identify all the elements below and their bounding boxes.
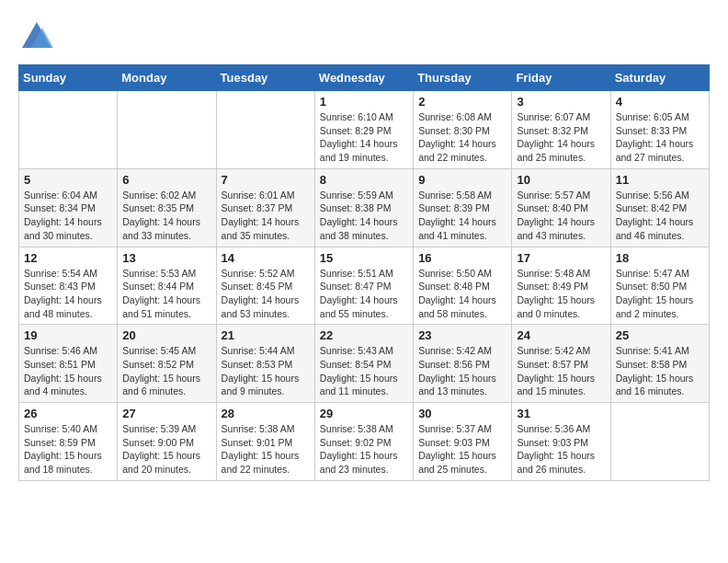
day-header-thursday: Thursday (414, 65, 512, 91)
day-info: Sunrise: 5:56 AM Sunset: 8:42 PM Dayligh… (616, 189, 704, 243)
day-info: Sunrise: 5:41 AM Sunset: 8:58 PM Dayligh… (616, 344, 704, 398)
day-number: 16 (418, 251, 506, 265)
calendar-cell: 15Sunrise: 5:51 AM Sunset: 8:47 PM Dayli… (314, 247, 413, 325)
calendar-cell: 2Sunrise: 6:08 AM Sunset: 8:30 PM Daylig… (414, 91, 512, 169)
day-number: 5 (24, 173, 112, 187)
logo (18, 18, 59, 55)
day-number: 20 (122, 328, 210, 342)
day-info: Sunrise: 5:36 AM Sunset: 9:03 PM Dayligh… (517, 422, 605, 477)
day-header-monday: Monday (118, 65, 216, 91)
calendar-cell: 24Sunrise: 5:42 AM Sunset: 8:57 PM Dayli… (512, 325, 610, 403)
calendar-cell: 4Sunrise: 6:05 AM Sunset: 8:33 PM Daylig… (610, 91, 709, 169)
day-number: 26 (24, 407, 112, 420)
day-header-tuesday: Tuesday (216, 65, 314, 91)
calendar-cell (118, 91, 216, 169)
day-header-sunday: Sunday (19, 65, 118, 91)
day-number: 4 (616, 95, 704, 109)
day-header-friday: Friday (512, 65, 610, 91)
day-number: 13 (122, 251, 210, 265)
calendar-cell: 13Sunrise: 5:53 AM Sunset: 8:44 PM Dayli… (118, 247, 216, 325)
day-info: Sunrise: 5:43 AM Sunset: 8:54 PM Dayligh… (320, 344, 408, 398)
calendar-week-3: 12Sunrise: 5:54 AM Sunset: 8:43 PM Dayli… (19, 247, 710, 325)
day-number: 3 (517, 95, 605, 109)
day-number: 8 (320, 173, 408, 187)
calendar-cell: 18Sunrise: 5:47 AM Sunset: 8:50 PM Dayli… (610, 247, 709, 325)
page-header (18, 18, 710, 55)
day-info: Sunrise: 5:38 AM Sunset: 9:02 PM Dayligh… (320, 422, 408, 477)
day-info: Sunrise: 5:42 AM Sunset: 8:57 PM Dayligh… (517, 344, 605, 398)
day-info: Sunrise: 5:47 AM Sunset: 8:50 PM Dayligh… (616, 267, 704, 321)
day-info: Sunrise: 5:53 AM Sunset: 8:44 PM Dayligh… (122, 267, 210, 321)
day-number: 9 (418, 173, 506, 187)
day-info: Sunrise: 5:51 AM Sunset: 8:47 PM Dayligh… (320, 267, 408, 321)
day-number: 7 (222, 173, 310, 187)
day-info: Sunrise: 5:40 AM Sunset: 8:59 PM Dayligh… (24, 422, 112, 477)
calendar-header: SundayMondayTuesdayWednesdayThursdayFrid… (19, 65, 710, 91)
day-number: 6 (122, 173, 210, 187)
day-info: Sunrise: 5:54 AM Sunset: 8:43 PM Dayligh… (24, 267, 112, 321)
calendar-table: SundayMondayTuesdayWednesdayThursdayFrid… (18, 64, 710, 481)
calendar-cell: 19Sunrise: 5:46 AM Sunset: 8:51 PM Dayli… (19, 325, 118, 403)
day-number: 19 (24, 328, 112, 342)
calendar-week-4: 19Sunrise: 5:46 AM Sunset: 8:51 PM Dayli… (19, 325, 710, 403)
calendar-cell: 12Sunrise: 5:54 AM Sunset: 8:43 PM Dayli… (19, 247, 118, 325)
day-number: 23 (418, 328, 506, 342)
day-number: 30 (418, 407, 506, 420)
calendar-cell: 16Sunrise: 5:50 AM Sunset: 8:48 PM Dayli… (414, 247, 512, 325)
calendar-cell: 9Sunrise: 5:58 AM Sunset: 8:39 PM Daylig… (414, 168, 512, 247)
day-info: Sunrise: 5:38 AM Sunset: 9:01 PM Dayligh… (222, 422, 310, 477)
day-number: 10 (517, 173, 605, 187)
calendar-cell: 26Sunrise: 5:40 AM Sunset: 8:59 PM Dayli… (19, 403, 118, 481)
day-number: 22 (320, 328, 408, 342)
calendar-cell: 17Sunrise: 5:48 AM Sunset: 8:49 PM Dayli… (512, 247, 610, 325)
day-number: 11 (616, 173, 704, 187)
calendar-week-2: 5Sunrise: 6:04 AM Sunset: 8:34 PM Daylig… (19, 168, 710, 247)
day-info: Sunrise: 6:05 AM Sunset: 8:33 PM Dayligh… (616, 110, 704, 165)
day-info: Sunrise: 5:46 AM Sunset: 8:51 PM Dayligh… (24, 344, 112, 398)
day-number: 24 (517, 328, 605, 342)
day-info: Sunrise: 5:59 AM Sunset: 8:38 PM Dayligh… (320, 189, 408, 243)
day-info: Sunrise: 5:52 AM Sunset: 8:45 PM Dayligh… (222, 267, 310, 321)
calendar-cell: 20Sunrise: 5:45 AM Sunset: 8:52 PM Dayli… (118, 325, 216, 403)
day-number: 2 (418, 95, 506, 109)
day-info: Sunrise: 5:42 AM Sunset: 8:56 PM Dayligh… (418, 344, 506, 398)
calendar-cell: 30Sunrise: 5:37 AM Sunset: 9:03 PM Dayli… (414, 403, 512, 481)
calendar-cell: 8Sunrise: 5:59 AM Sunset: 8:38 PM Daylig… (314, 168, 413, 247)
calendar-week-1: 1Sunrise: 6:10 AM Sunset: 8:29 PM Daylig… (19, 91, 710, 169)
calendar-cell: 28Sunrise: 5:38 AM Sunset: 9:01 PM Dayli… (216, 403, 314, 481)
day-info: Sunrise: 6:04 AM Sunset: 8:34 PM Dayligh… (24, 189, 112, 243)
day-number: 17 (517, 251, 605, 265)
calendar-cell: 6Sunrise: 6:02 AM Sunset: 8:35 PM Daylig… (118, 168, 216, 247)
day-number: 21 (222, 328, 310, 342)
day-info: Sunrise: 5:58 AM Sunset: 8:39 PM Dayligh… (418, 189, 506, 243)
day-number: 15 (320, 251, 408, 265)
day-number: 31 (517, 407, 605, 420)
calendar-cell (610, 403, 709, 481)
day-info: Sunrise: 6:01 AM Sunset: 8:37 PM Dayligh… (222, 189, 310, 243)
calendar-cell: 25Sunrise: 5:41 AM Sunset: 8:58 PM Dayli… (610, 325, 709, 403)
calendar-cell: 21Sunrise: 5:44 AM Sunset: 8:53 PM Dayli… (216, 325, 314, 403)
day-number: 29 (320, 407, 408, 420)
day-info: Sunrise: 5:39 AM Sunset: 9:00 PM Dayligh… (122, 422, 210, 477)
day-number: 18 (616, 251, 704, 265)
calendar-cell: 22Sunrise: 5:43 AM Sunset: 8:54 PM Dayli… (314, 325, 413, 403)
calendar-week-5: 26Sunrise: 5:40 AM Sunset: 8:59 PM Dayli… (19, 403, 710, 481)
day-number: 28 (222, 407, 310, 420)
calendar-cell: 27Sunrise: 5:39 AM Sunset: 9:00 PM Dayli… (118, 403, 216, 481)
day-number: 14 (222, 251, 310, 265)
calendar-cell: 3Sunrise: 6:07 AM Sunset: 8:32 PM Daylig… (512, 91, 610, 169)
day-info: Sunrise: 5:48 AM Sunset: 8:49 PM Dayligh… (517, 267, 605, 321)
calendar-cell (216, 91, 314, 169)
day-header-saturday: Saturday (610, 65, 709, 91)
calendar-cell: 29Sunrise: 5:38 AM Sunset: 9:02 PM Dayli… (314, 403, 413, 481)
day-number: 12 (24, 251, 112, 265)
calendar-cell (19, 91, 118, 169)
calendar-cell: 23Sunrise: 5:42 AM Sunset: 8:56 PM Dayli… (414, 325, 512, 403)
day-header-wednesday: Wednesday (314, 65, 413, 91)
day-number: 1 (320, 95, 408, 109)
calendar-cell: 11Sunrise: 5:56 AM Sunset: 8:42 PM Dayli… (610, 168, 709, 247)
calendar-cell: 5Sunrise: 6:04 AM Sunset: 8:34 PM Daylig… (19, 168, 118, 247)
calendar-cell: 7Sunrise: 6:01 AM Sunset: 8:37 PM Daylig… (216, 168, 314, 247)
day-info: Sunrise: 6:08 AM Sunset: 8:30 PM Dayligh… (418, 110, 506, 165)
day-info: Sunrise: 6:02 AM Sunset: 8:35 PM Dayligh… (122, 189, 210, 243)
